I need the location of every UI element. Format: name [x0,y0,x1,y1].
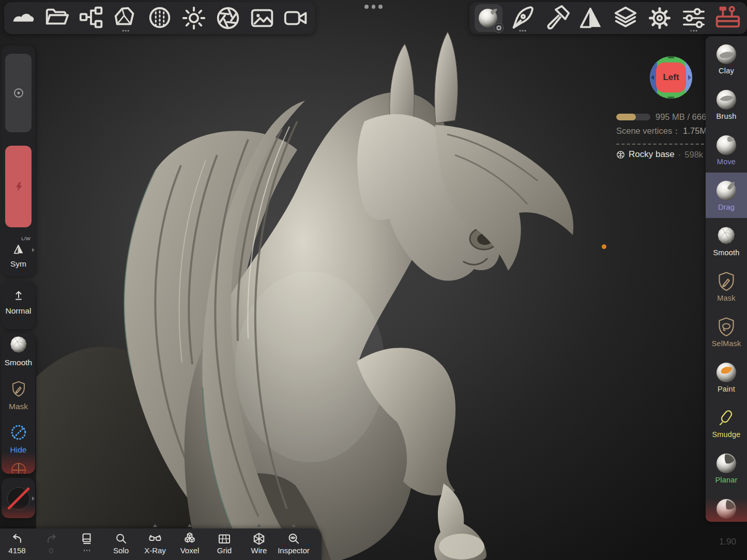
tool-next-partial[interactable] [706,491,747,522]
tool-brush[interactable]: Brush [706,82,747,127]
toggle-voxel[interactable]: Voxel [173,528,206,560]
tool-smudge[interactable]: Smudge [706,400,747,445]
panel-caret-icon [153,524,157,527]
redo-button[interactable]: 0 [35,528,68,560]
camera-button[interactable] [214,4,242,32]
mask-shield-icon [715,271,737,292]
layers-button[interactable] [612,4,639,32]
paint-settings-button[interactable] [543,4,571,32]
sun-icon [180,4,208,32]
video-camera-icon [282,4,310,32]
symmetry-button[interactable] [577,4,605,32]
hide-quick-label: Hide [2,445,35,455]
tool-mask[interactable]: Mask [706,263,747,309]
material-panel[interactable] [2,478,35,518]
multitask-indicator[interactable] [364,5,383,9]
tool-smooth[interactable]: Smooth [706,218,747,263]
undo-button[interactable]: 4158 [1,528,34,560]
smudge-finger-icon [715,407,737,429]
gizmo-quick-button[interactable] [2,461,35,474]
falloff-panel[interactable]: Normal [2,282,35,329]
app-logo-button[interactable] [9,4,37,32]
drag-sphere-icon [715,180,737,201]
smooth-rock-icon [715,225,737,247]
brush-sliders-panel: L/W Sym [2,45,35,276]
history-book-icon [80,532,94,546]
tool-selmask[interactable]: SelMask [706,309,747,354]
history-more-dots [84,550,90,551]
redo-icon [44,532,58,546]
aperture-icon [214,4,242,32]
bottom-toolbar: 4158 0 Solo X-Ray [0,528,322,560]
strength-slider[interactable] [5,146,32,227]
toggle-xray[interactable]: X-Ray [139,528,172,560]
falloff-icon-wrap [2,288,35,302]
undo-count: 4158 [8,546,25,555]
mask-quick-button[interactable] [2,380,35,398]
expand-caret-icon[interactable] [32,496,35,501]
top-right-toolbar [469,2,747,34]
files-button[interactable] [43,4,71,32]
tool-move[interactable]: Move [706,127,747,173]
layer-sep: · [678,150,681,160]
brush-settings-badge [494,23,504,33]
settings-button[interactable] [646,4,674,32]
radius-slider[interactable] [5,54,32,132]
solo-magnifier-icon [114,532,128,546]
mesh-primitive-button[interactable] [112,4,140,32]
panel-caret-icon [188,524,192,527]
matcap-sphere-icon [146,4,174,32]
gear-icon [646,4,674,32]
layer-row[interactable]: Rocky base · 598k [616,149,703,160]
move-gizmo-icon [10,461,27,474]
image-export-button[interactable] [248,4,276,32]
move-sphere-icon [715,134,737,156]
more-dots [520,30,526,32]
orientation-gizmo[interactable]: Left [649,56,693,99]
flatten-sphere-icon [715,498,737,520]
hide-quick-button[interactable] [2,424,35,441]
symmetry-icon [577,4,605,32]
app-window: Left 995 MB / 666 M Scene vertices： 1.75… [0,0,747,560]
selmask-shield-icon [715,316,737,338]
video-record-button[interactable] [282,4,310,32]
paintbrush-icon [543,4,571,32]
tool-clay[interactable]: Clay [706,36,747,82]
hide-dotted-icon [10,424,27,441]
pen-icon [509,4,537,32]
tool-sidebar: Clay Brush Move Drag [706,36,747,522]
matcap-button[interactable] [146,4,174,32]
normal-arrow-icon [11,288,26,302]
smooth-quick-button[interactable] [2,335,35,355]
toggle-solo[interactable]: Solo [104,528,138,560]
toggle-wire[interactable]: Wire [242,528,276,560]
history-button[interactable] [70,528,103,560]
symmetry-mode-label: L/W [21,236,31,241]
symmetry-toggle-icon[interactable] [12,242,25,256]
toggle-grid[interactable]: Grid [208,528,241,560]
falloff-label: Normal [2,306,35,316]
toolbox-button[interactable] [714,4,742,32]
lighting-button[interactable] [180,4,208,32]
top-left-toolbar [4,2,315,34]
pen-settings-button[interactable] [509,4,537,32]
scene-graph-button[interactable] [78,4,105,32]
tool-planar[interactable]: Planar [706,445,747,491]
app-logo-icon [9,4,37,32]
planar-sphere-icon [715,453,737,474]
toggle-inspector[interactable]: Inspector [277,528,310,560]
wireframe-icon [252,532,266,546]
grid-icon [218,532,231,546]
brush-preview-button[interactable] [475,4,502,32]
expand-caret-icon[interactable] [32,248,35,252]
redo-count: 0 [49,546,53,555]
more-dots [690,30,697,32]
memory-bar [616,114,650,120]
tool-drag[interactable]: Drag [706,173,747,218]
adjustments-button[interactable] [680,4,708,32]
paint-sphere-icon [715,362,737,383]
tool-paint[interactable]: Paint [706,354,747,400]
viewport-canvas[interactable] [0,0,747,560]
more-dots [123,30,129,32]
smooth-quick-label: Smooth [2,358,35,367]
